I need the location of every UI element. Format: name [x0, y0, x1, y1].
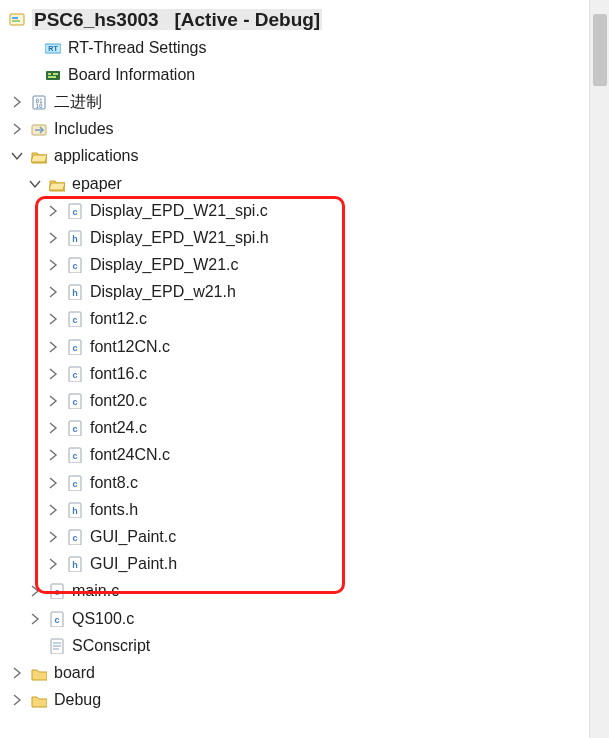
chevron-right-icon[interactable]: [8, 120, 26, 138]
chevron-right-icon[interactable]: [44, 392, 62, 410]
tree-item-file[interactable]: font12CN.c: [8, 333, 601, 360]
chevron-right-icon[interactable]: [44, 365, 62, 383]
file-label: font16.c: [90, 366, 147, 382]
chevron-right-icon[interactable]: [44, 283, 62, 301]
chevron-right-icon[interactable]: [26, 610, 44, 628]
c-file-icon: [66, 528, 84, 546]
includes-icon: [30, 120, 48, 138]
tree-item-file[interactable]: Display_EPD_W21_spi.c: [8, 197, 601, 224]
file-label: font24CN.c: [90, 447, 170, 463]
epaper-label: epaper: [72, 176, 122, 192]
tree-item-debug[interactable]: Debug: [8, 687, 601, 714]
file-label: fonts.h: [90, 502, 138, 518]
chevron-right-icon[interactable]: [44, 555, 62, 573]
chevron-placeholder: [26, 637, 44, 655]
chevron-right-icon[interactable]: [44, 229, 62, 247]
chevron-right-icon[interactable]: [44, 474, 62, 492]
c-file-icon: [66, 202, 84, 220]
project-explorer: PSC6_hs3003 [Active - Debug] RT-Thread S…: [0, 0, 609, 738]
tree-item-file[interactable]: Display_EPD_w21.h: [8, 279, 601, 306]
file-label: font12.c: [90, 311, 147, 327]
chevron-right-icon[interactable]: [44, 446, 62, 464]
main-c-label: main.c: [72, 583, 119, 599]
tree-item-qs100-c[interactable]: QS100.c: [8, 605, 601, 632]
chevron-right-icon[interactable]: [8, 664, 26, 682]
tree-item-applications[interactable]: applications: [8, 143, 601, 170]
c-file-icon: [66, 474, 84, 492]
rt-settings-label: RT-Thread Settings: [68, 40, 206, 56]
tree-item-file[interactable]: font24.c: [8, 415, 601, 442]
c-file-icon: [66, 392, 84, 410]
c-file-icon: [66, 419, 84, 437]
file-label: Display_EPD_W21.c: [90, 257, 239, 273]
tree-item-board[interactable]: board: [8, 659, 601, 686]
vertical-scrollbar[interactable]: [589, 0, 609, 738]
c-file-icon: [66, 446, 84, 464]
file-label: Display_EPD_W21_spi.c: [90, 203, 268, 219]
tree-item-includes[interactable]: Includes: [8, 116, 601, 143]
binary-label: 二进制: [54, 94, 102, 110]
chevron-right-icon[interactable]: [44, 419, 62, 437]
chevron-right-icon[interactable]: [44, 310, 62, 328]
tree-item-project-root[interactable]: PSC6_hs3003 [Active - Debug]: [8, 4, 601, 34]
folder-open-icon: [48, 175, 66, 193]
tree-item-binary[interactable]: 二进制: [8, 88, 601, 115]
tree-item-file[interactable]: font16.c: [8, 360, 601, 387]
tree-item-file[interactable]: GUI_Paint.c: [8, 523, 601, 550]
chevron-placeholder: [26, 66, 44, 84]
chevron-right-icon[interactable]: [8, 691, 26, 709]
c-file-icon: [66, 310, 84, 328]
file-label: font8.c: [90, 475, 138, 491]
file-label: font24.c: [90, 420, 147, 436]
tree-item-file[interactable]: GUI_Paint.h: [8, 551, 601, 578]
chevron-right-icon[interactable]: [44, 202, 62, 220]
tree-item-file[interactable]: Display_EPD_W21.c: [8, 252, 601, 279]
tree-item-rt-settings[interactable]: RT-Thread Settings: [8, 34, 601, 61]
tree-item-file[interactable]: font8.c: [8, 469, 601, 496]
c-file-icon: [66, 338, 84, 356]
h-file-icon: [66, 283, 84, 301]
c-file-icon: [66, 256, 84, 274]
chevron-placeholder: [26, 39, 44, 57]
file-label: GUI_Paint.c: [90, 529, 176, 545]
chevron-right-icon[interactable]: [44, 528, 62, 546]
chevron-right-icon[interactable]: [8, 93, 26, 111]
chevron-right-icon[interactable]: [44, 338, 62, 356]
tree-item-file[interactable]: Display_EPD_W21_spi.h: [8, 224, 601, 251]
tree-item-file[interactable]: font20.c: [8, 387, 601, 414]
tree-item-file[interactable]: font12.c: [8, 306, 601, 333]
sconscript-label: SConscript: [72, 638, 150, 654]
tree-item-file[interactable]: font24CN.c: [8, 442, 601, 469]
epaper-file-list: Display_EPD_W21_spi.cDisplay_EPD_W21_spi…: [8, 197, 601, 578]
includes-label: Includes: [54, 121, 114, 137]
tree-item-epaper[interactable]: epaper: [8, 170, 601, 197]
chevron-right-icon[interactable]: [44, 256, 62, 274]
chevron-right-icon[interactable]: [44, 501, 62, 519]
scroll-thumb[interactable]: [593, 14, 607, 86]
binary-icon: [30, 93, 48, 111]
tree-item-sconscript[interactable]: SConscript: [8, 632, 601, 659]
folder-closed-icon: [30, 691, 48, 709]
c-file-icon: [48, 610, 66, 628]
file-label: GUI_Paint.h: [90, 556, 177, 572]
tree-item-main-c[interactable]: main.c: [8, 578, 601, 605]
rt-thread-icon: [44, 39, 62, 57]
h-file-icon: [66, 501, 84, 519]
qs100-c-label: QS100.c: [72, 611, 134, 627]
chevron-down-icon[interactable]: [8, 147, 26, 165]
folder-open-icon: [30, 147, 48, 165]
c-file-icon: [48, 582, 66, 600]
h-file-icon: [66, 229, 84, 247]
file-label: font12CN.c: [90, 339, 170, 355]
chevron-right-icon[interactable]: [26, 582, 44, 600]
tree-item-file[interactable]: fonts.h: [8, 496, 601, 523]
c-file-icon: [66, 365, 84, 383]
h-file-icon: [66, 555, 84, 573]
file-label: font20.c: [90, 393, 147, 409]
board-icon: [44, 66, 62, 84]
tree-item-board-info[interactable]: Board Information: [8, 61, 601, 88]
text-file-icon: [48, 637, 66, 655]
project-icon: [8, 10, 26, 28]
chevron-down-icon[interactable]: [26, 175, 44, 193]
file-label: Display_EPD_w21.h: [90, 284, 236, 300]
